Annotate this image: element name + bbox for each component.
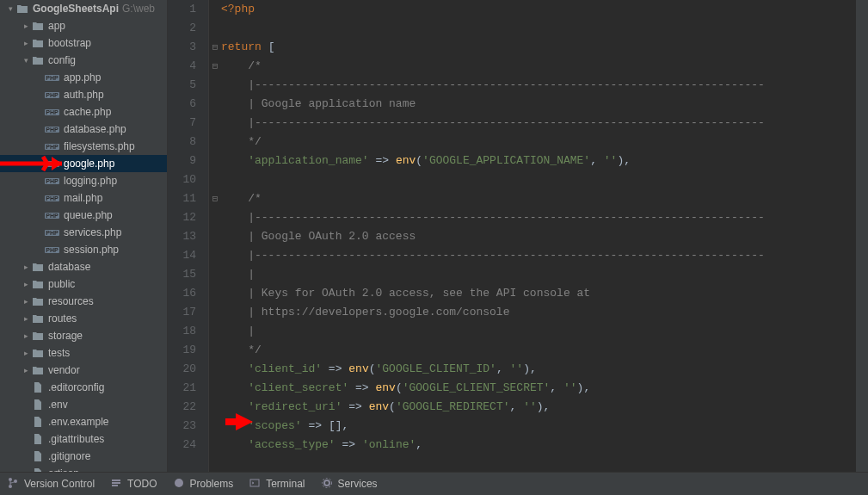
chevron-right-icon[interactable]: ▸ <box>21 22 31 30</box>
code-line[interactable]: | https://developers.google.com/console <box>221 303 856 322</box>
tree-item-filesystems-php[interactable]: PHPfilesystems.php <box>0 138 167 155</box>
tool-tab-version-control[interactable]: Version Control <box>7 477 95 492</box>
chevron-right-icon[interactable]: ▸ <box>21 297 31 306</box>
code-line[interactable]: | Google OAuth 2.0 access <box>221 227 856 246</box>
tree-item-session-php[interactable]: PHPsession.php <box>0 241 167 258</box>
code-line[interactable]: 'scopes' => [], <box>221 417 856 436</box>
line-number[interactable]: 9 <box>168 152 196 170</box>
line-number[interactable]: 17 <box>168 303 196 322</box>
tree-item-public[interactable]: ▸public <box>0 275 167 293</box>
tree-item-storage[interactable]: ▸storage <box>0 327 167 344</box>
tree-item-database[interactable]: ▸database <box>0 258 167 275</box>
code-line[interactable]: */ <box>221 341 856 360</box>
code-line[interactable]: 'application_name' => env('GOOGLE_APPLIC… <box>221 152 856 170</box>
line-number[interactable]: 10 <box>168 170 196 189</box>
line-number[interactable]: 11 <box>168 189 196 208</box>
code-line[interactable] <box>221 19 856 38</box>
chevron-right-icon[interactable]: ▸ <box>21 314 31 323</box>
line-number[interactable]: 7 <box>168 114 196 133</box>
code-line[interactable]: return [ <box>221 38 856 57</box>
code-line[interactable]: <?php <box>221 0 856 19</box>
line-number[interactable]: 24 <box>168 436 196 455</box>
tree-item-vendor[interactable]: ▸vendor <box>0 362 167 379</box>
chevron-down-icon[interactable]: ▾ <box>5 4 15 13</box>
tree-item-database-php[interactable]: PHPdatabase.php <box>0 121 167 138</box>
tree-item--editorconfig[interactable]: .editorconfig <box>0 379 167 396</box>
chevron-right-icon[interactable]: ▸ <box>21 263 31 271</box>
chevron-right-icon[interactable]: ▸ <box>21 39 31 47</box>
tree-item-config[interactable]: ▾config <box>0 52 167 69</box>
code-editor[interactable]: 123456789101112131415161718192021222324 … <box>168 0 868 472</box>
line-number[interactable]: 13 <box>168 227 196 246</box>
code-line[interactable]: |---------------------------------------… <box>221 76 856 95</box>
tree-item-GoogleSheetsApi[interactable]: ▾GoogleSheetsApiG:\web <box>0 0 167 17</box>
line-number[interactable]: 18 <box>168 322 196 341</box>
chevron-right-icon[interactable]: ▸ <box>21 366 31 374</box>
line-number[interactable]: 12 <box>168 208 196 227</box>
tree-item-google-php[interactable]: PHPgoogle.php <box>0 155 167 172</box>
code-line[interactable]: 'client_secret' => env('GOOGLE_CLIENT_SE… <box>221 379 856 398</box>
tree-item-auth-php[interactable]: PHPauth.php <box>0 86 167 103</box>
line-number[interactable]: 15 <box>168 265 196 284</box>
line-number[interactable]: 23 <box>168 417 196 436</box>
fold-column[interactable]: ⊟⊟⊟ <box>209 0 221 472</box>
fold-toggle-icon[interactable]: ⊟ <box>209 57 221 76</box>
code-line[interactable]: */ <box>221 133 856 152</box>
tree-item-app-php[interactable]: PHPapp.php <box>0 69 167 86</box>
tree-item--env-example[interactable]: .env.example <box>0 413 167 430</box>
code-line[interactable]: |---------------------------------------… <box>221 246 856 265</box>
code-line[interactable]: | Google application name <box>221 95 856 114</box>
tree-item--gitignore[interactable]: .gitignore <box>0 448 167 465</box>
tree-item-bootstrap[interactable]: ▸bootstrap <box>0 34 167 52</box>
code-line[interactable] <box>221 170 856 189</box>
tree-item-artisan[interactable]: artisan <box>0 465 167 472</box>
line-number[interactable]: 5 <box>168 76 196 95</box>
code-line[interactable]: /* <box>221 189 856 208</box>
line-number[interactable]: 1 <box>168 0 196 19</box>
tool-tab-problems[interactable]: Problems <box>173 477 234 492</box>
code-line[interactable]: |---------------------------------------… <box>221 208 856 227</box>
project-tree-panel[interactable]: ▾GoogleSheetsApiG:\web▸app▸bootstrap▾con… <box>0 0 168 472</box>
code-line[interactable]: | <box>221 322 856 341</box>
tree-item--env[interactable]: .env <box>0 396 167 413</box>
code-line[interactable]: | <box>221 265 856 284</box>
line-number[interactable]: 16 <box>168 284 196 303</box>
line-number[interactable]: 19 <box>168 341 196 360</box>
chevron-right-icon[interactable]: ▸ <box>21 349 31 357</box>
tree-item-services-php[interactable]: PHPservices.php <box>0 224 167 241</box>
code-line[interactable]: /* <box>221 57 856 76</box>
tree-item-resources[interactable]: ▸resources <box>0 293 167 310</box>
code-area[interactable]: <?php return [ /* |---------------------… <box>221 0 856 472</box>
fold-toggle-icon[interactable]: ⊟ <box>209 189 221 208</box>
tree-item-cache-php[interactable]: PHPcache.php <box>0 103 167 121</box>
line-number[interactable]: 21 <box>168 379 196 398</box>
tree-item-app[interactable]: ▸app <box>0 17 167 34</box>
tool-tab-terminal[interactable]: Terminal <box>249 477 305 492</box>
line-number[interactable]: 14 <box>168 246 196 265</box>
line-number[interactable]: 3 <box>168 38 196 57</box>
chevron-down-icon[interactable]: ▾ <box>21 56 31 65</box>
tool-tab-todo[interactable]: TODO <box>110 477 157 492</box>
line-number[interactable]: 22 <box>168 398 196 417</box>
line-number[interactable]: 2 <box>168 19 196 38</box>
tree-item-mail-php[interactable]: PHPmail.php <box>0 189 167 207</box>
line-number[interactable]: 8 <box>168 133 196 152</box>
line-number[interactable]: 20 <box>168 360 196 379</box>
code-line[interactable]: | Keys for OAuth 2.0 access, see the API… <box>221 284 856 303</box>
tree-item-queue-php[interactable]: PHPqueue.php <box>0 207 167 224</box>
code-line[interactable]: 'client_id' => env('GOOGLE_CLIENT_ID', '… <box>221 360 856 379</box>
line-number[interactable]: 4 <box>168 57 196 76</box>
editor-scrollbar[interactable] <box>856 0 868 472</box>
chevron-right-icon[interactable]: ▸ <box>21 280 31 288</box>
tree-item-logging-php[interactable]: PHPlogging.php <box>0 172 167 189</box>
line-number[interactable]: 6 <box>168 95 196 114</box>
code-line[interactable]: |---------------------------------------… <box>221 114 856 133</box>
tree-item-routes[interactable]: ▸routes <box>0 310 167 327</box>
code-line[interactable]: 'redirect_uri' => env('GOOGLE_REDIRECT',… <box>221 398 856 417</box>
tree-item--gitattributes[interactable]: .gitattributes <box>0 430 167 448</box>
tool-tab-services[interactable]: Services <box>321 477 378 492</box>
chevron-right-icon[interactable]: ▸ <box>21 331 31 340</box>
code-line[interactable]: 'access_type' => 'online', <box>221 436 856 455</box>
tree-item-tests[interactable]: ▸tests <box>0 344 167 362</box>
fold-toggle-icon[interactable]: ⊟ <box>209 38 221 57</box>
